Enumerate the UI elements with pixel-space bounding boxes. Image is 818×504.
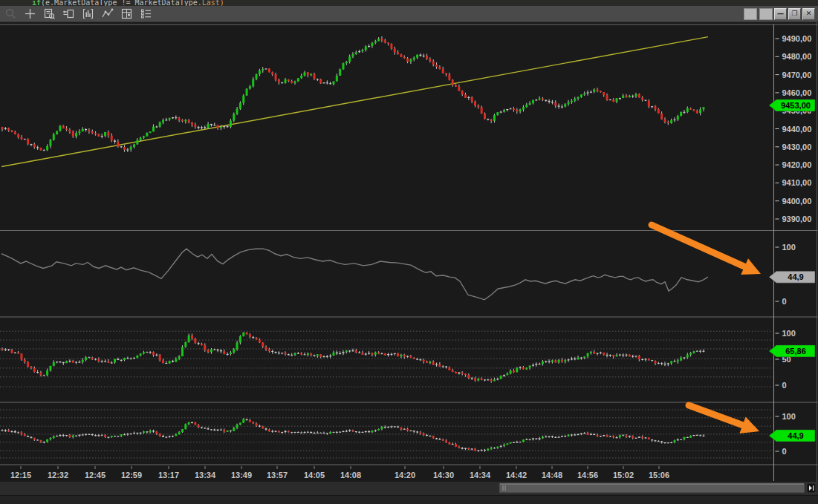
svg-text:12:32: 12:32 — [48, 471, 68, 480]
panel-button-1[interactable] — [744, 8, 757, 20]
svg-text:14:34: 14:34 — [470, 471, 491, 480]
scrollbar-thumb[interactable] — [499, 483, 805, 493]
svg-text:100: 100 — [782, 243, 796, 252]
indicators-icon[interactable] — [101, 7, 114, 20]
svg-text:14:30: 14:30 — [433, 471, 454, 480]
bar-type-icon[interactable] — [82, 7, 94, 20]
svg-text:9390,00: 9390,00 — [782, 215, 812, 223]
svg-text:12:59: 12:59 — [121, 471, 142, 480]
restore-button[interactable]: ❐ — [788, 8, 801, 20]
svg-text:14:08: 14:08 — [340, 471, 361, 480]
svg-text:13:17: 13:17 — [158, 471, 179, 480]
code-line: if(e.MarketDataType != MarketDataType.La… — [32, 0, 818, 6]
svg-text:0: 0 — [782, 447, 787, 456]
crosshair-icon[interactable] — [24, 7, 36, 20]
window-controls: — ❐ ✕ — [741, 8, 815, 20]
svg-text:9400,00: 9400,00 — [782, 197, 812, 206]
svg-text:100: 100 — [782, 412, 796, 421]
svg-text:14:05: 14:05 — [304, 471, 325, 480]
code-tail: .Last) — [198, 0, 224, 6]
svg-text:0: 0 — [782, 381, 787, 390]
svg-text:9490,00: 9490,00 — [782, 34, 812, 43]
svg-text:9440,00: 9440,00 — [782, 125, 812, 134]
svg-text:65,86: 65,86 — [785, 347, 806, 356]
svg-text:15:06: 15:06 — [649, 471, 669, 480]
svg-text:9480,00: 9480,00 — [782, 52, 812, 61]
code-editor-strip: if(e.MarketDataType != MarketDataType.La… — [0, 0, 818, 6]
svg-text:0: 0 — [782, 297, 787, 306]
chart-properties-icon[interactable] — [120, 7, 133, 20]
chart-area[interactable]: 9490,009480,009470,009460,009450,009440,… — [0, 22, 818, 495]
svg-text:12:15: 12:15 — [10, 471, 31, 480]
chart-panels-background — [0, 22, 818, 495]
svg-text:44,9: 44,9 — [788, 431, 803, 440]
svg-text:13:57: 13:57 — [267, 471, 288, 480]
svg-text:9470,00: 9470,00 — [782, 71, 812, 79]
svg-text:9453,00: 9453,00 — [781, 101, 811, 110]
code-body: (e.MarketDataType != MarketDataType — [41, 0, 198, 6]
horizontal-scrollbar[interactable] — [0, 482, 818, 495]
close-button[interactable]: ✕ — [802, 8, 815, 20]
svg-text:12:45: 12:45 — [85, 471, 106, 480]
order-entry-icon[interactable] — [62, 7, 75, 20]
svg-text:14:20: 14:20 — [395, 471, 415, 480]
data-series-icon[interactable] — [140, 7, 152, 20]
svg-text:14:56: 14:56 — [577, 471, 598, 480]
svg-text:9460,00: 9460,00 — [782, 88, 812, 97]
svg-text:9410,00: 9410,00 — [782, 178, 812, 187]
svg-text:13:34: 13:34 — [195, 471, 216, 480]
trading-chart-window: { "window": { "code_line": {"keyword": "… — [0, 0, 818, 504]
svg-text:9430,00: 9430,00 — [782, 143, 812, 151]
chart-toolbar: — ❐ ✕ — [0, 6, 818, 22]
svg-text:15:02: 15:02 — [613, 471, 634, 480]
panel-button-2[interactable] — [759, 8, 773, 20]
svg-text:44,9: 44,9 — [788, 272, 803, 281]
svg-text:13:49: 13:49 — [231, 471, 252, 480]
zoom-icon[interactable] — [4, 7, 17, 20]
code-keyword: if — [32, 0, 41, 6]
svg-text:14:42: 14:42 — [506, 471, 527, 480]
minimize-button[interactable]: — — [774, 8, 787, 20]
svg-text:100: 100 — [782, 329, 796, 338]
svg-text:14:48: 14:48 — [542, 471, 562, 480]
chart-trader-icon[interactable] — [43, 7, 56, 20]
svg-text:9420,00: 9420,00 — [782, 160, 812, 169]
window-bottom-edge — [0, 495, 818, 504]
